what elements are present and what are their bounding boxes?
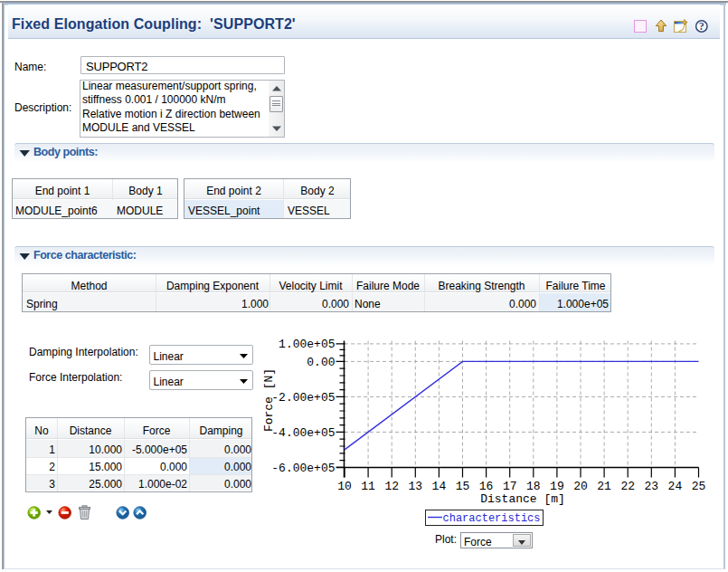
svg-text:Distance [m]: Distance [m]: [480, 492, 565, 506]
svg-text:24: 24: [668, 480, 683, 493]
svg-text:11: 11: [361, 480, 375, 493]
svg-text:15: 15: [456, 480, 470, 493]
svg-text:0.00: 0.00: [307, 356, 335, 369]
svg-text:10: 10: [337, 480, 352, 493]
svg-text:-4.00e+05: -4.00e+05: [271, 426, 335, 440]
svg-text:-6.00e+05: -6.00e+05: [271, 462, 335, 475]
svg-text:14: 14: [432, 480, 447, 493]
svg-text:1.00e+05: 1.00e+05: [279, 338, 335, 351]
svg-text:?: ?: [699, 20, 704, 33]
svg-text:12: 12: [384, 480, 399, 493]
svg-text:22: 22: [620, 480, 635, 493]
svg-text:25: 25: [692, 480, 706, 493]
svg-text:Force [N]: Force [N]: [262, 368, 276, 432]
svg-text:characteristics: characteristics: [443, 512, 541, 525]
svg-text:20: 20: [573, 480, 588, 493]
svg-text:23: 23: [644, 480, 658, 493]
svg-text:-2.00e+05: -2.00e+05: [271, 391, 335, 405]
svg-text:13: 13: [408, 480, 422, 493]
svg-text:21: 21: [597, 480, 611, 493]
